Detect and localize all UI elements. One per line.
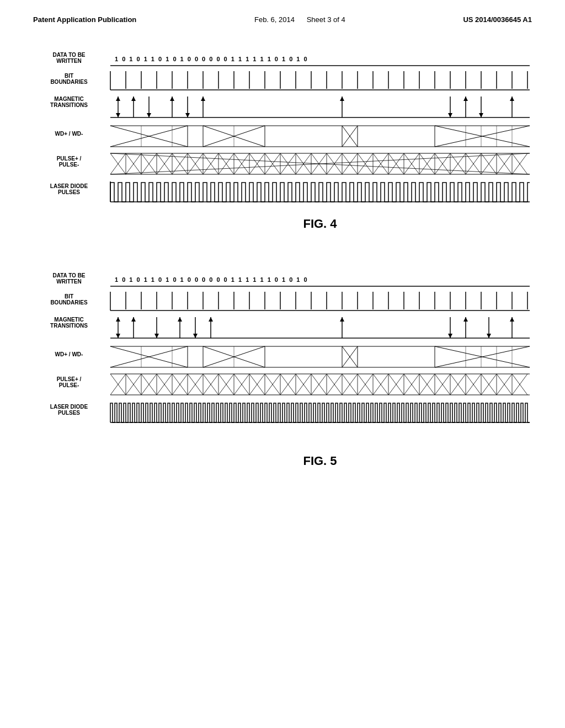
svg-marker-208	[448, 334, 452, 338]
fig4-diagram: DATA TO BE WRITTEN 1 0 1 0 1 1 0 1 0 1 0…	[33, 46, 532, 261]
fig4-laser-signal	[110, 181, 530, 202]
fig4-label-mag2: TRANSITIONS	[50, 102, 88, 108]
fig4-bit-boundaries	[110, 71, 530, 90]
svg-marker-206	[340, 317, 344, 322]
svg-marker-214	[510, 317, 514, 322]
fig4-laser-pulses	[110, 183, 530, 202]
svg-marker-52	[510, 97, 514, 101]
svg-marker-46	[448, 113, 452, 117]
fig5-diagram: DATA TO BE WRITTEN 1 0 1 0 1 1 0 1 0 1 0…	[33, 266, 532, 504]
fig5-bits: 1 0 1 0 1 1 0 1 0 1 0 0 0 0 0 0 1 1 1 1 …	[115, 276, 308, 283]
header-sheet: Sheet 3 of 4	[307, 15, 345, 24]
fig4-label-data: DATA TO BE	[52, 52, 85, 58]
header-date-sheet: Feb. 6, 2014 Sheet 3 of 4	[254, 15, 345, 24]
fig4-label-laser: LASER DIODE	[50, 183, 88, 189]
fig4-label-bit2: BOUNDARIES	[50, 79, 88, 85]
fig5-label-pulse: PULSE+ /	[57, 376, 82, 382]
svg-marker-204	[209, 317, 213, 322]
header-date: Feb. 6, 2014	[254, 15, 295, 24]
svg-marker-198	[154, 334, 159, 338]
fig5-svg: DATA TO BE WRITTEN 1 0 1 0 1 1 0 1 0 1 0…	[33, 266, 530, 504]
svg-marker-212	[487, 334, 491, 338]
fig4-svg: DATA TO BE WRITTEN 1 0 1 0 1 1 0 1 0 1 0…	[33, 46, 530, 261]
svg-marker-31	[116, 113, 120, 117]
fig5-label-laser: LASER DIODE	[50, 404, 88, 410]
fig4-label-wd: WD+ / WD-	[55, 131, 83, 137]
fig4-label-data2: WRITTEN	[56, 58, 82, 64]
fig4-label-mag: MAGNETIC	[54, 96, 83, 102]
svg-marker-38	[170, 97, 174, 101]
svg-marker-193	[116, 334, 120, 338]
header-publication: Patent Application Publication	[33, 15, 136, 24]
fig4-label-pulse2: PULSE-	[59, 162, 79, 168]
fig5-wd-signal	[110, 346, 530, 367]
fig5-label-mag: MAGNETIC	[54, 317, 83, 323]
svg-marker-33	[116, 97, 120, 101]
fig5-label-pulse2: PULSE-	[59, 382, 79, 388]
fig5-label-data: DATA TO BE	[52, 272, 85, 279]
fig5-bit-boundaries	[110, 292, 530, 311]
header-patent-number: US 2014/0036645 A1	[463, 15, 532, 24]
svg-marker-195	[116, 317, 120, 322]
svg-marker-40	[185, 113, 190, 117]
svg-marker-36	[147, 113, 151, 117]
fig4-label-bit: BIT	[65, 73, 73, 79]
page: Patent Application Publication Feb. 6, 2…	[0, 0, 565, 728]
fig4-caption: FIG. 4	[303, 217, 337, 231]
fig5-bit-lines	[126, 292, 527, 309]
fig5-label-bit: BIT	[65, 293, 73, 299]
fig5-label-wd: WD+ / WD-	[55, 351, 83, 357]
fig4-pulse-signal	[110, 153, 530, 174]
svg-marker-48	[463, 97, 468, 101]
fig5-mag-signal	[110, 317, 530, 338]
svg-marker-200	[178, 317, 182, 322]
svg-marker-42	[201, 97, 205, 101]
fig4-label-pulse: PULSE+ /	[57, 156, 82, 162]
page-header: Patent Application Publication Feb. 6, 2…	[0, 0, 565, 24]
svg-marker-34	[131, 97, 136, 101]
fig4-label-laser2: PULSES	[58, 189, 80, 195]
fig5-label-mag2: TRANSITIONS	[50, 323, 88, 329]
fig5-label-bit2: BOUNDARIES	[50, 299, 88, 306]
svg-marker-50	[479, 113, 483, 117]
fig4-mag-signal	[110, 97, 530, 117]
fig5-pulse-signal	[110, 374, 530, 395]
fig5-caption: FIG. 5	[303, 454, 337, 468]
svg-marker-202	[193, 334, 198, 338]
main-content: DATA TO BE WRITTEN 1 0 1 0 1 1 0 1 0 1 0…	[0, 24, 565, 504]
svg-marker-44	[340, 97, 344, 101]
fig5-laser-signal	[110, 403, 530, 422]
svg-marker-210	[463, 317, 468, 322]
fig4-bit-lines	[126, 71, 527, 89]
svg-marker-196	[131, 317, 136, 322]
fig5-label-laser2: PULSES	[58, 410, 80, 416]
fig5-label-data2: WRITTEN	[56, 279, 82, 285]
fig4-bits: 1 0 1 0 1 1 0 1 0 1 0 0 0 0 0 0 1 1 1 1 …	[115, 56, 308, 62]
fig4-wd-signal	[110, 126, 530, 147]
